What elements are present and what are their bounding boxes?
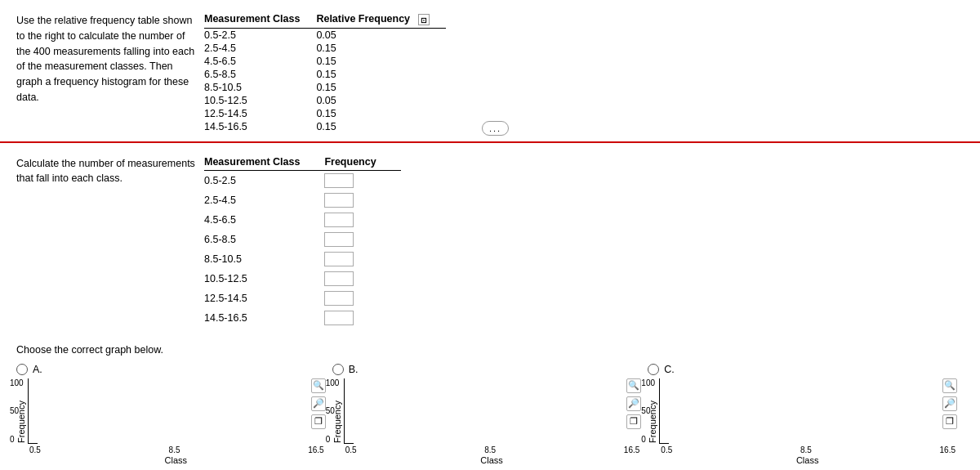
freq-input[interactable] [324,232,354,247]
zoom-in-icon[interactable]: 🔍 [626,378,641,393]
freq-row: 8.5-10.5 [204,249,401,269]
x-tick-0: 0.5 [345,445,357,454]
class-cell: 2.5-4.5 [204,190,324,210]
graphs-row: A. Frequency 100 50 0 [0,360,980,470]
x-axis-labels: 0.5 8.5 16.5 [659,445,956,454]
class-cell: 4.5-6.5 [204,55,316,68]
y-tick-100: 100 [326,378,340,387]
rel-freq-row: 14.5-16.50.15 [204,120,446,133]
freq-table-container: Measurement Class Frequency 0.5-2.52.5-4… [204,156,401,328]
x-axis-title: Class [659,455,956,465]
freq-cell: 0.15 [316,120,445,133]
graph-container: Frequency 100 50 0 🔍 🔎 [332,378,640,465]
top-instructions: Use the relative frequency table shown t… [16,13,204,133]
option-letter: B. [349,364,359,375]
option-letter: C. [664,364,675,375]
class-cell: 0.5-2.5 [204,28,316,42]
freq-input[interactable] [324,173,354,188]
radio-a[interactable] [16,364,28,375]
col1-header: Measurement Class [204,13,316,28]
class-cell: 14.5-16.5 [204,308,324,328]
zoom-out-icon[interactable]: 🔎 [626,396,641,411]
freq-input[interactable] [324,252,354,266]
x-tick-1: 8.5 [169,445,180,454]
bars-area [28,378,38,444]
input-cell[interactable] [324,190,400,210]
freq-input[interactable] [324,271,354,286]
rel-freq-row: 4.5-6.50.15 [204,55,446,68]
input-cell[interactable] [324,249,400,269]
x-tick-1: 8.5 [484,445,496,454]
ellipsis-button[interactable]: ... [482,121,509,136]
x-tick-2: 16.5 [940,445,956,454]
class-cell: 12.5-14.5 [204,107,316,120]
rel-freq-row: 8.5-10.50.15 [204,81,446,94]
class-cell: 0.5-2.5 [204,170,324,190]
table-expand-icon[interactable]: ⊡ [418,14,430,25]
expand-icon[interactable]: ❐ [626,414,641,429]
graph-option-b: B. Frequency 100 50 0 [332,364,640,465]
class-cell: 10.5-12.5 [204,94,316,107]
freq-input[interactable] [324,291,354,306]
bars-area [659,378,669,444]
zoom-in-icon[interactable]: 🔍 [942,378,957,393]
y-tick-50: 50 [326,406,340,415]
freq-cell: 0.05 [316,94,445,107]
freq-input[interactable] [324,311,354,325]
input-cell[interactable] [324,230,400,249]
class-cell: 8.5-10.5 [204,81,316,94]
class-cell: 2.5-4.5 [204,42,316,55]
rel-freq-table: Measurement Class Relative Frequency ⊡ 0… [204,13,446,133]
class-cell: 8.5-10.5 [204,249,324,269]
x-tick-2: 16.5 [624,445,639,454]
rel-freq-table-container: Measurement Class Relative Frequency ⊡ 0… [204,13,446,133]
y-tick-0: 0 [641,435,655,444]
radio-c[interactable] [648,364,659,375]
y-tick-50: 50 [641,406,655,415]
graph-container: Frequency 100 50 0 🔍 🔎 [16,378,324,465]
class-cell: 12.5-14.5 [204,289,324,308]
input-cell[interactable] [324,210,400,230]
x-axis-title: Class [344,455,640,465]
expand-icon[interactable]: ❐ [942,414,957,429]
x-tick-1: 8.5 [800,445,812,454]
option-letter: A. [33,364,42,375]
input-cell[interactable] [324,308,400,328]
class-cell: 6.5-8.5 [204,68,316,81]
freq-input[interactable] [324,193,354,208]
input-cell[interactable] [324,269,400,289]
freq-input[interactable] [324,213,354,227]
x-axis-labels: 0.5 8.5 16.5 [28,445,324,454]
graph-wrap: Frequency 100 50 0 🔍 🔎 [16,378,324,465]
freq-col1-header: Measurement Class [204,156,324,171]
freq-row: 4.5-6.5 [204,210,401,230]
chart-area: 100 50 0 🔍 🔎 ❐ [659,378,956,465]
graph-option-c: C. Frequency 100 50 0 [648,364,956,465]
graph-icons: 🔍 🔎 ❐ [311,378,326,429]
choose-text: Choose the correct graph below. [0,336,980,360]
class-cell: 4.5-6.5 [204,210,324,230]
graph-wrap: Frequency 100 50 0 🔍 🔎 [332,378,640,465]
input-cell[interactable] [324,289,400,308]
rel-freq-row: 2.5-4.50.15 [204,42,446,55]
class-cell: 6.5-8.5 [204,230,324,249]
expand-icon[interactable]: ❐ [311,414,326,429]
zoom-out-icon[interactable]: 🔎 [311,396,326,411]
chart-area: 100 50 0 🔍 🔎 ❐ [28,378,324,465]
y-tick-0: 0 [326,435,340,444]
option-label: C. [648,364,675,375]
radio-b[interactable] [332,364,344,375]
zoom-in-icon[interactable]: 🔍 [311,378,326,393]
graph-icons: 🔍 🔎 ❐ [942,378,957,429]
input-cell[interactable] [324,170,400,190]
zoom-out-icon[interactable]: 🔎 [942,396,957,411]
freq-cell: 0.15 [316,68,445,81]
bars-area [344,378,354,444]
graph-container: Frequency 100 50 0 🔍 🔎 [648,378,956,465]
rel-freq-row: 10.5-12.50.05 [204,94,446,107]
freq-cell: 0.15 [316,55,445,68]
freq-cell: 0.15 [316,107,445,120]
rel-freq-row: 6.5-8.50.15 [204,68,446,81]
rel-freq-row: 12.5-14.50.15 [204,107,446,120]
option-label: A. [16,364,42,375]
